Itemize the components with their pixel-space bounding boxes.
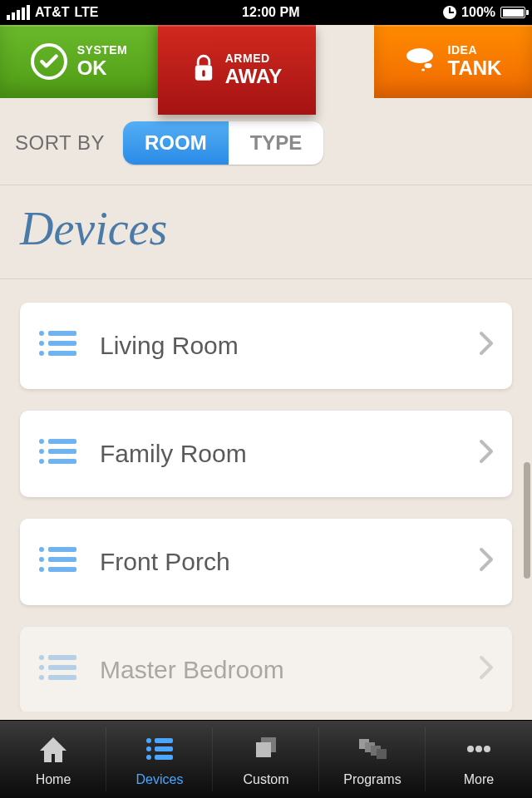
tab-label: More bbox=[464, 772, 494, 787]
room-item-master-bedroom[interactable]: Master Bedroom bbox=[20, 627, 512, 712]
svg-rect-14 bbox=[48, 449, 76, 454]
tab-home[interactable]: Home bbox=[0, 721, 106, 798]
svg-point-17 bbox=[39, 547, 44, 552]
chevron-right-icon bbox=[479, 439, 494, 470]
svg-rect-22 bbox=[48, 567, 76, 572]
alarm-icon bbox=[443, 6, 456, 19]
network-label: LTE bbox=[74, 5, 98, 20]
room-label: Master Bedroom bbox=[100, 656, 479, 684]
svg-point-41 bbox=[467, 746, 474, 752]
tab-more[interactable]: More bbox=[426, 721, 532, 798]
room-list: Living Room Family Room Front Porch Mast… bbox=[0, 279, 532, 712]
idea-tank-line2: TANK bbox=[448, 57, 502, 80]
more-icon bbox=[462, 732, 495, 769]
svg-point-11 bbox=[39, 439, 44, 444]
room-label: Living Room bbox=[100, 332, 479, 360]
spacer bbox=[316, 25, 374, 98]
room-item-front-porch[interactable]: Front Porch bbox=[20, 519, 512, 605]
svg-point-3 bbox=[424, 63, 431, 68]
system-status-card[interactable]: SYSTEM OK bbox=[0, 25, 158, 98]
svg-point-7 bbox=[39, 341, 44, 346]
tab-devices[interactable]: Devices bbox=[106, 721, 213, 798]
chat-bubble-icon bbox=[405, 47, 438, 76]
room-label: Front Porch bbox=[100, 548, 479, 576]
svg-rect-12 bbox=[48, 439, 76, 444]
svg-point-27 bbox=[39, 675, 44, 680]
page-title: Devices bbox=[0, 185, 532, 279]
room-label: Family Room bbox=[100, 440, 479, 468]
svg-rect-8 bbox=[48, 341, 76, 346]
svg-point-23 bbox=[39, 655, 44, 660]
svg-point-15 bbox=[39, 459, 44, 464]
lock-icon bbox=[192, 54, 215, 86]
chevron-right-icon bbox=[479, 655, 494, 686]
stack-icon bbox=[356, 732, 389, 769]
svg-point-2 bbox=[406, 48, 433, 63]
battery-pct: 100% bbox=[461, 5, 495, 20]
svg-point-33 bbox=[146, 755, 151, 760]
svg-rect-26 bbox=[48, 665, 76, 670]
armed-status-line2: AWAY bbox=[225, 65, 282, 88]
svg-rect-20 bbox=[48, 557, 76, 562]
svg-rect-36 bbox=[256, 742, 271, 757]
scrollbar-thumb[interactable] bbox=[524, 462, 530, 579]
svg-point-5 bbox=[39, 331, 44, 336]
home-icon bbox=[37, 732, 70, 769]
svg-point-43 bbox=[484, 746, 490, 752]
armed-status-line1: ARMED bbox=[225, 52, 282, 65]
svg-point-4 bbox=[421, 69, 425, 71]
list-icon bbox=[38, 545, 76, 579]
svg-point-29 bbox=[146, 738, 151, 743]
sort-segmented-control: ROOM TYPE bbox=[123, 121, 323, 165]
svg-rect-18 bbox=[48, 547, 76, 552]
svg-rect-10 bbox=[48, 351, 76, 356]
armed-status-card[interactable]: ARMED AWAY bbox=[158, 25, 316, 115]
sort-room-button[interactable]: ROOM bbox=[123, 121, 229, 165]
system-status-line2: OK bbox=[77, 57, 128, 80]
sort-type-button[interactable]: TYPE bbox=[229, 121, 324, 165]
svg-rect-28 bbox=[48, 675, 76, 680]
idea-tank-card[interactable]: IDEA TANK bbox=[374, 25, 532, 98]
svg-rect-24 bbox=[48, 655, 76, 660]
tab-label: Devices bbox=[136, 772, 184, 787]
svg-rect-6 bbox=[48, 331, 76, 336]
carrier-label: AT&T bbox=[35, 5, 69, 20]
svg-point-19 bbox=[39, 557, 44, 562]
check-circle-icon bbox=[31, 43, 67, 80]
svg-point-25 bbox=[39, 665, 44, 670]
svg-rect-1 bbox=[202, 70, 204, 76]
chevron-right-icon bbox=[479, 547, 494, 578]
room-item-family-room[interactable]: Family Room bbox=[20, 411, 512, 497]
status-time: 12:00 PM bbox=[99, 5, 444, 20]
squares-icon bbox=[249, 732, 283, 769]
list-icon bbox=[143, 732, 176, 769]
chevron-right-icon bbox=[479, 331, 494, 362]
signal-icon bbox=[7, 5, 30, 20]
room-item-living-room[interactable]: Living Room bbox=[20, 303, 512, 389]
list-icon bbox=[38, 653, 76, 687]
status-bar: AT&T LTE 12:00 PM 100% bbox=[0, 0, 532, 25]
svg-rect-34 bbox=[155, 755, 173, 760]
svg-point-9 bbox=[39, 351, 44, 356]
idea-tank-line1: IDEA bbox=[448, 43, 502, 57]
tab-label: Custom bbox=[243, 772, 288, 787]
svg-rect-40 bbox=[377, 749, 387, 759]
svg-point-42 bbox=[475, 746, 482, 752]
tab-custom[interactable]: Custom bbox=[213, 721, 319, 798]
tab-bar: Home Devices Custom Programs More bbox=[0, 720, 532, 798]
status-cards-row: SYSTEM OK ARMED AWAY IDEA TANK bbox=[0, 25, 532, 98]
battery-icon bbox=[500, 7, 525, 18]
svg-point-13 bbox=[39, 449, 44, 454]
list-icon bbox=[38, 329, 76, 363]
svg-rect-32 bbox=[155, 746, 173, 751]
sort-by-label: SORT BY bbox=[15, 131, 105, 155]
tab-programs[interactable]: Programs bbox=[319, 721, 426, 798]
svg-rect-30 bbox=[155, 738, 173, 743]
tab-label: Home bbox=[36, 772, 71, 787]
system-status-line1: SYSTEM bbox=[77, 43, 128, 57]
list-icon bbox=[38, 437, 76, 471]
svg-rect-16 bbox=[48, 459, 76, 464]
svg-point-21 bbox=[39, 567, 44, 572]
tab-label: Programs bbox=[343, 772, 401, 787]
svg-point-31 bbox=[146, 746, 151, 751]
